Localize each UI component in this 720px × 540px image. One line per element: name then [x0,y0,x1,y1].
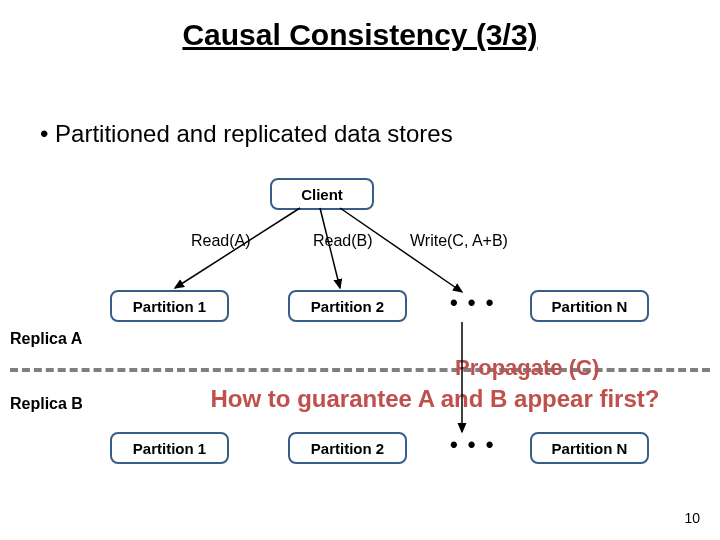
question-text: How to guarantee A and B appear first? [165,385,705,413]
page-number: 10 [684,510,700,526]
slide-title: Causal Consistency (3/3) [0,18,720,52]
replica-b-partition-n: Partition N [530,432,649,464]
replica-divider [10,368,710,372]
replica-a-partition-2: Partition 2 [288,290,407,322]
replica-b-partition-1: Partition 1 [110,432,229,464]
replica-b-partition-2: Partition 2 [288,432,407,464]
replica-a-partition-n: Partition N [530,290,649,322]
propagate-label: Propagate (C) [455,355,599,381]
client-box: Client [270,178,374,210]
svg-line-2 [340,208,462,292]
replica-a-label: Replica A [10,330,82,348]
op-read-b: Read(B) [313,232,373,250]
replica-a-partition-1: Partition 1 [110,290,229,322]
op-write-c: Write(C, A+B) [410,232,508,250]
replica-b-dots: • • • [450,432,495,458]
replica-a-dots: • • • [450,290,495,316]
bullet-text: Partitioned and replicated data stores [40,120,453,148]
replica-b-label: Replica B [10,395,83,413]
op-read-a: Read(A) [191,232,251,250]
slide: Causal Consistency (3/3) Partitioned and… [0,0,720,540]
